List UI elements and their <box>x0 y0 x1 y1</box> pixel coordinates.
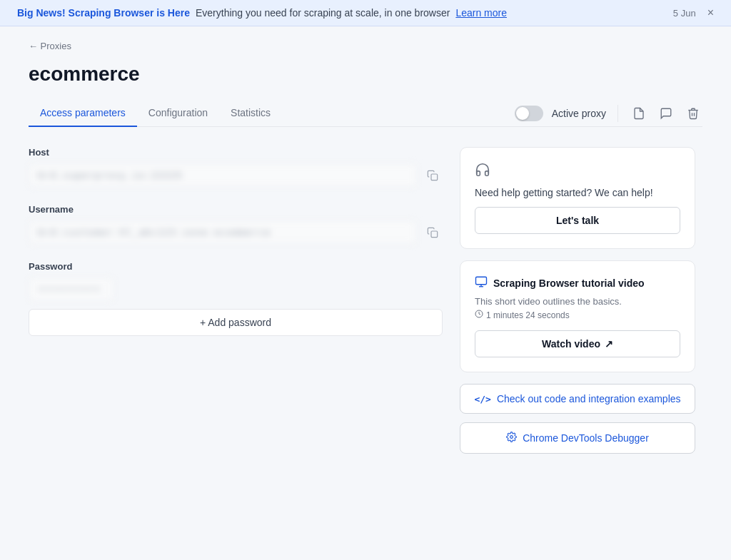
username-copy-button[interactable] <box>423 223 443 243</box>
video-duration: 1 minutes 24 seconds <box>475 310 680 320</box>
page-title: ecommerce <box>29 63 702 86</box>
banner-text: Everything you need for scraping at scal… <box>196 7 450 19</box>
copy-icon <box>427 170 438 181</box>
chat-icon <box>660 107 672 120</box>
banner-learn-more-link[interactable]: Learn more <box>455 7 507 19</box>
content-area: Host brd.superproxy.io:22225 Username br… <box>29 147 702 462</box>
watch-video-button[interactable]: Watch video ↗ <box>475 330 680 357</box>
breadcrumb: ← Proxies <box>29 26 702 63</box>
username-value-row: brd-customer-hl_abc123-zone-ecommerce <box>29 220 443 244</box>
copy-icon <box>427 227 438 238</box>
banner-right: 5 Jun × <box>673 7 714 19</box>
gear-icon <box>506 432 517 444</box>
host-value: brd.superproxy.io:22225 <box>29 163 417 187</box>
host-copy-button[interactable] <box>423 166 443 185</box>
clock-icon <box>475 310 483 320</box>
username-field-group: Username brd-customer-hl_abc123-zone-eco… <box>29 204 443 244</box>
banner-title: Big News! Scraping Browser is Here <box>17 7 190 19</box>
help-card: Need help getting started? We can help! … <box>460 147 695 249</box>
video-description: This short video outlines the basics. <box>475 296 680 307</box>
headset-icon <box>475 162 490 181</box>
video-play-icon <box>475 275 488 290</box>
code-icon: </> <box>474 394 490 404</box>
toolbar-divider <box>617 105 618 122</box>
right-panel: Need help getting started? We can help! … <box>460 147 695 462</box>
svg-point-5 <box>510 436 513 439</box>
document-icon <box>632 107 645 120</box>
left-panel: Host brd.superproxy.io:22225 Username br… <box>29 147 443 462</box>
host-field-group: Host brd.superproxy.io:22225 <box>29 147 443 187</box>
banner-date: 5 Jun <box>673 8 696 19</box>
breadcrumb-link[interactable]: ← Proxies <box>29 41 71 51</box>
video-title: Scraping Browser tutorial video <box>493 278 645 289</box>
banner-content: Big News! Scraping Browser is Here Every… <box>17 7 673 19</box>
arrow-icon: ↗ <box>605 338 613 350</box>
password-value: •••••••••• <box>29 278 114 301</box>
tab-statistics[interactable]: Statistics <box>219 100 282 127</box>
tabs-row: Access parameters Configuration Statisti… <box>29 100 702 127</box>
video-card-header: Scraping Browser tutorial video <box>475 275 680 290</box>
help-card-header <box>475 162 680 181</box>
chrome-devtools-button[interactable]: Chrome DevTools Debugger <box>460 422 695 454</box>
password-field-group: Password •••••••••• + Add password <box>29 261 443 336</box>
tab-access-parameters[interactable]: Access parameters <box>29 100 137 127</box>
lets-talk-button[interactable]: Let's talk <box>475 207 680 234</box>
document-button[interactable] <box>630 104 648 123</box>
svg-rect-2 <box>476 277 487 285</box>
code-examples-button[interactable]: </> Check out code and integration examp… <box>460 384 695 414</box>
announcement-banner: Big News! Scraping Browser is Here Every… <box>0 0 731 26</box>
trash-icon <box>687 107 700 120</box>
active-proxy-toggle[interactable] <box>515 106 543 121</box>
video-card: Scraping Browser tutorial video This sho… <box>460 260 695 372</box>
tabs: Access parameters Configuration Statisti… <box>29 100 282 126</box>
toolbar-right: Active proxy <box>515 104 702 123</box>
tab-configuration[interactable]: Configuration <box>137 100 219 127</box>
add-password-button[interactable]: + Add password <box>29 309 443 336</box>
host-value-row: brd.superproxy.io:22225 <box>29 163 443 187</box>
chat-button[interactable] <box>657 104 675 123</box>
help-text: Need help getting started? We can help! <box>475 187 680 198</box>
username-value: brd-customer-hl_abc123-zone-ecommerce <box>29 220 417 244</box>
svg-rect-0 <box>431 174 438 180</box>
banner-close-button[interactable]: × <box>707 7 714 19</box>
delete-button[interactable] <box>684 104 702 123</box>
active-proxy-label: Active proxy <box>552 108 606 119</box>
host-label: Host <box>29 147 443 158</box>
svg-rect-1 <box>431 231 438 238</box>
username-label: Username <box>29 204 443 215</box>
password-label: Password <box>29 261 443 272</box>
